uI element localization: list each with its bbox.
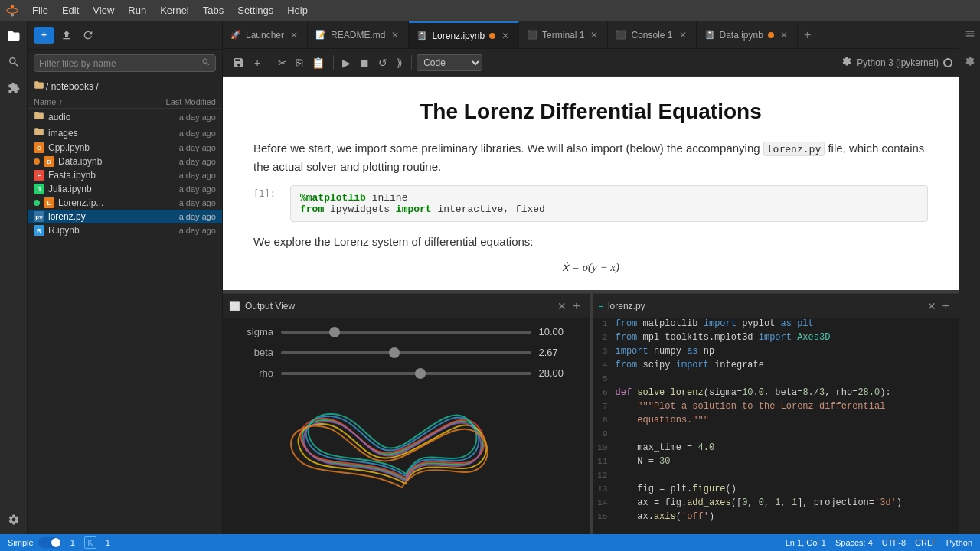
tab-close-data[interactable]: ✕ [779, 29, 789, 41]
sigma-slider[interactable] [281, 331, 531, 334]
tab-close-launcher[interactable]: ✕ [289, 29, 299, 41]
new-tab-button[interactable]: + [798, 28, 817, 42]
upload-button[interactable] [57, 26, 76, 44]
refresh-button[interactable] [79, 26, 97, 44]
right-panel-icon-1[interactable] [961, 24, 979, 43]
restart-run-button[interactable]: ⟫ [393, 54, 407, 71]
code-content[interactable]: 1 from matplotlib import pyplot as plt 2… [593, 318, 959, 534]
menu-help[interactable]: Help [281, 3, 314, 18]
list-item[interactable]: audio a day ago [28, 109, 222, 125]
toolbar-separator [269, 55, 270, 70]
activity-search[interactable] [2, 51, 25, 73]
tab-close-readme[interactable]: ✕ [390, 29, 400, 41]
kernel-status-circle [943, 58, 952, 67]
tab-lorenz-ipynb[interactable]: 📓 Lorenz.ipynb ✕ [409, 21, 519, 49]
paste-button[interactable]: 📋 [308, 54, 328, 71]
lorenz-py-close[interactable]: ✕ [924, 299, 939, 313]
code-line: 13 fig = plt.figure() [593, 484, 959, 497]
output-view-add[interactable]: + [570, 298, 583, 314]
code-block-1[interactable]: %matplotlib inline from ipywidgets impor… [290, 185, 928, 222]
list-item[interactable]: R R.ipynb a day ago [28, 223, 222, 237]
list-item[interactable]: py lorenz.py a day ago [28, 210, 222, 223]
menu-settings[interactable]: Settings [231, 3, 279, 18]
bottom-panes: ⬜ Output View ✕ + sigma 10.00 [223, 293, 959, 534]
list-item[interactable]: images a day ago [28, 125, 222, 141]
activity-extensions[interactable] [2, 77, 25, 99]
code-line: 4 from scipy import integrate [593, 360, 959, 373]
tab-data-ipynb[interactable]: 📓 Data.ipynb ✕ [697, 21, 798, 49]
code-line: 3 import numpy as np [593, 346, 959, 360]
rho-slider[interactable] [281, 372, 531, 375]
tab-close-lorenz[interactable]: ✕ [500, 30, 511, 42]
folder-icon [34, 80, 44, 93]
code-line: 14 ax = fig.add_axes([0, 0, 1, 1], proje… [593, 497, 959, 511]
output-view-header: ⬜ Output View ✕ + [223, 294, 590, 318]
running-dot [34, 200, 40, 206]
toolbar-separator-2 [333, 55, 334, 70]
menu-edit[interactable]: Edit [56, 3, 85, 18]
spaces-info: Spaces: 4 [835, 538, 873, 547]
tab-close-console[interactable]: ✕ [678, 29, 688, 41]
menu-file[interactable]: File [26, 3, 54, 18]
lorenz-py-add[interactable]: + [939, 298, 952, 314]
tab-launcher[interactable]: 🚀 Launcher ✕ [223, 21, 308, 49]
status-left: Simple 1 K 1 [8, 536, 110, 549]
add-cell-button[interactable]: + [250, 54, 264, 71]
code-line: 2 from mpl_toolkits.mplot3d import Axes3… [593, 332, 959, 346]
menu-tabs[interactable]: Tabs [197, 3, 230, 18]
lorenz-equation: ẋ = σ(y − x) [253, 260, 928, 274]
beta-slider[interactable] [281, 351, 531, 354]
menu-run[interactable]: Run [122, 3, 152, 18]
folder-icon [34, 110, 44, 123]
mode-toggle[interactable] [38, 537, 61, 548]
list-item[interactable]: F Fasta.ipynb a day ago [28, 168, 222, 182]
tab-readme[interactable]: 📝 README.md ✕ [308, 21, 409, 49]
lorenz-py-header: ≡ lorenz.py ✕ + [593, 294, 959, 318]
tab-terminal[interactable]: ⬛ Terminal 1 ✕ [519, 21, 608, 49]
svg-point-2 [7, 8, 18, 12]
sort-name-header[interactable]: Name ↑ [34, 97, 139, 106]
activity-settings[interactable] [2, 508, 25, 531]
output-view-pane: ⬜ Output View ✕ + sigma 10.00 [223, 293, 590, 534]
kernel-settings-icon[interactable] [841, 56, 852, 69]
cell-type-select[interactable]: Code Markdown Raw [416, 54, 482, 71]
menu-kernel[interactable]: Kernel [154, 3, 195, 18]
menu-view[interactable]: View [87, 3, 120, 18]
restart-button[interactable]: ↺ [374, 54, 391, 71]
output-view-close[interactable]: ✕ [554, 299, 570, 313]
right-panel-icon-2[interactable] [961, 52, 979, 70]
data-modified-indicator [768, 32, 774, 38]
output-content: sigma 10.00 beta 2.67 rho 28.00 [223, 318, 590, 534]
kernel-name: Python 3 (ipykernel) [857, 57, 939, 68]
file-panel-toolbar: + [28, 21, 222, 50]
copy-button[interactable]: ⎘ [292, 54, 306, 71]
sort-arrow: ↑ [59, 98, 63, 106]
list-item[interactable]: D Data.ipynb a day ago [28, 155, 222, 168]
stop-button[interactable]: ◼ [356, 54, 373, 71]
list-item[interactable]: J Julia.ipynb a day ago [28, 182, 222, 196]
list-item[interactable]: L Lorenz.ip... a day ago [28, 196, 222, 210]
kernel-badge: K [84, 536, 96, 549]
terminal-icon: ⬛ [527, 30, 537, 40]
cell-prompt: [1]: [253, 185, 281, 222]
list-item[interactable]: C Cpp.ipynb a day ago [28, 141, 222, 155]
col-number: 1 [106, 538, 110, 547]
simple-toggle: Simple [8, 537, 61, 548]
sort-modified-header[interactable]: Last Modified [139, 97, 216, 106]
save-button[interactable] [229, 54, 249, 71]
inline-code-lorenz: lorenz.py [763, 142, 825, 156]
encoding-info: UTF-8 [882, 538, 906, 547]
lorenz-py-icon: ≡ [599, 302, 603, 311]
tab-close-terminal[interactable]: ✕ [589, 29, 599, 41]
rho-label: rho [235, 367, 273, 379]
lorenz-ipynb-icon: 📓 [416, 31, 427, 41]
new-item-button[interactable]: + [34, 27, 54, 44]
toolbar-separator-3 [411, 55, 412, 70]
search-input[interactable] [39, 58, 201, 69]
run-button[interactable]: ▶ [338, 54, 354, 71]
cut-button[interactable]: ✂ [274, 54, 291, 71]
output-view-title: ⬜ Output View [229, 301, 554, 311]
tab-console[interactable]: ⬛ Console 1 ✕ [608, 21, 696, 49]
notebook-text-1: Before we start, we import some prelimin… [253, 139, 928, 176]
activity-files[interactable] [2, 24, 25, 47]
